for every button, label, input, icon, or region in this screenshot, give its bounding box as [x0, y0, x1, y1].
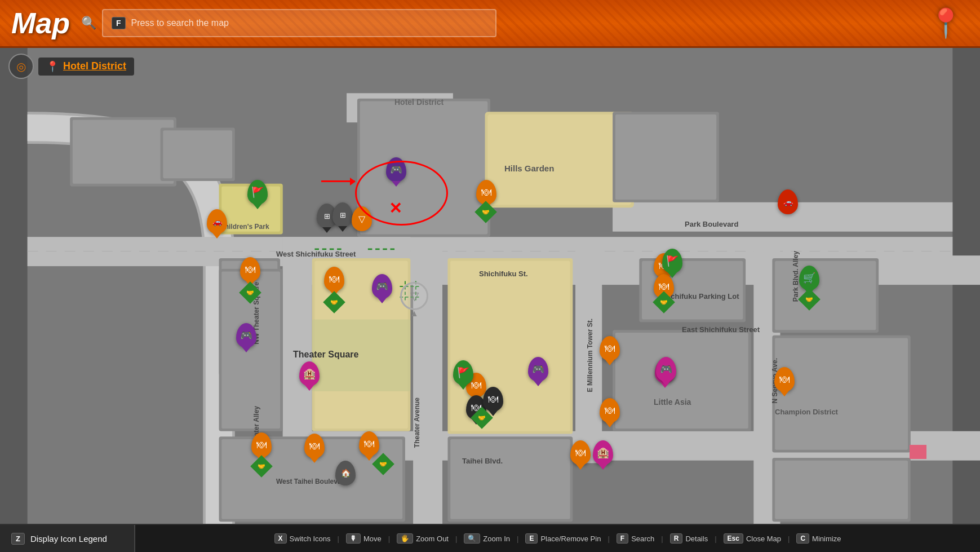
map-pin-diamond-right1[interactable]: 🤝	[474, 410, 490, 426]
map-pin-diamond-hills[interactable]: 🤝	[478, 204, 494, 220]
location-name[interactable]: Hotel District	[63, 60, 126, 72]
map-pin-food-champion[interactable]: 🍽	[774, 367, 795, 392]
separator-8: |	[788, 535, 790, 543]
ctrl-close-map-label: Close Map	[746, 535, 781, 543]
map-pin-hotel-theater[interactable]: 🏨	[299, 361, 320, 386]
map-pin-hotel-far-right[interactable]: 🏨	[593, 440, 613, 465]
map-pin-gamepad-far-right[interactable]: 🎮	[656, 357, 676, 382]
svg-rect-32	[615, 114, 716, 200]
map-pin-food-millennium[interactable]: 🍽	[600, 336, 620, 361]
map-pin-car[interactable]: 🚗	[207, 209, 227, 234]
ctrl-minimize-label: Minimize	[812, 535, 841, 543]
map-pin-gamepad-left[interactable]: 🎮	[236, 323, 256, 348]
ctrl-place-pin: E Place/Remove Pin	[525, 533, 601, 544]
map-pin-childrens-park[interactable]: 🚩	[247, 180, 268, 205]
map-pin-food-bottom3[interactable]: 🍽	[359, 431, 379, 456]
svg-rect-14	[163, 130, 232, 178]
search-placeholder: Press to search the map	[131, 18, 229, 28]
map-pin-food-millennium2[interactable]: 🍽	[600, 398, 620, 423]
pink-marker	[910, 445, 926, 459]
ctrl-switch-label: Switch Icons	[290, 535, 331, 543]
svg-rect-7	[575, 250, 602, 463]
svg-rect-12	[73, 120, 174, 183]
map-pin-player-hotel[interactable]: ▽	[352, 206, 372, 231]
map-pin-building-bottom[interactable]: 🏠	[335, 461, 356, 485]
separator-5: |	[607, 535, 609, 543]
map-pin-gamepad-top[interactable]: 🎮	[386, 157, 406, 182]
search-key-badge: F	[112, 17, 126, 29]
map-pin-gamepad-theater[interactable]: 🎮	[372, 274, 392, 299]
ctrl-close-map: Esc Close Map	[724, 533, 782, 544]
ctrl-move-label: Move	[363, 535, 382, 543]
map-pin-diamond-theater1[interactable]: 🤝	[326, 294, 342, 310]
map-pin-shopping[interactable]: 🛒	[799, 266, 819, 290]
legend-button[interactable]: Z Display Icon Legend	[0, 525, 135, 552]
search-bar[interactable]: F Press to search the map	[102, 9, 496, 37]
ctrl-key-e: E	[525, 533, 538, 544]
map-pin-diamond-shichifuku[interactable]: 🤝	[656, 294, 672, 310]
bottom-controls: X Switch Icons | 🎙 Move | 🖐 Zoom Out | 🔍…	[135, 533, 980, 544]
ctrl-move: 🎙 Move	[346, 533, 382, 544]
map-pin-food-theater1[interactable]: 🍽	[324, 267, 344, 292]
svg-rect-18	[360, 101, 488, 234]
ctrl-key-move: 🎙	[346, 533, 361, 544]
svg-rect-36	[775, 261, 876, 330]
separator-6: |	[661, 535, 663, 543]
ctrl-details-label: Details	[685, 535, 708, 543]
map-pin-food-dark2[interactable]: 🍽	[483, 387, 503, 412]
ctrl-place-pin-label: Place/Remove Pin	[540, 535, 601, 543]
header: Map 🔍 F Press to search the map 📍	[0, 0, 980, 48]
ctrl-key-r: R	[670, 533, 683, 544]
ctrl-zoom-in: 🔍 Zoom In	[464, 533, 510, 544]
ctrl-zoom-in-label: Zoom In	[483, 535, 510, 543]
ctrl-switch-icons: X Switch Icons	[274, 533, 331, 544]
separator-7: |	[715, 535, 716, 543]
ctrl-key-x: X	[274, 533, 287, 544]
legend-key: Z	[11, 533, 25, 545]
map-svg	[0, 48, 980, 524]
ctrl-key-esc: Esc	[724, 533, 743, 544]
map-pin-flag-right[interactable]: 🚩	[453, 360, 473, 385]
map-pin-hotel-cluster-2[interactable]: ⊞	[332, 202, 353, 227]
ctrl-zoom-out: 🖐 Zoom Out	[397, 533, 449, 544]
search-icon: 🔍	[81, 16, 96, 30]
svg-rect-22	[487, 114, 631, 205]
ctrl-key-f-search: F	[617, 533, 628, 544]
map-pin-food-millennium3[interactable]: 🍽	[570, 440, 591, 465]
map-pin-food-nw1[interactable]: 🍽	[240, 257, 260, 282]
ctrl-key-c: C	[796, 533, 809, 544]
ctrl-minimize: C Minimize	[796, 533, 841, 544]
ctrl-key-zoom-out: 🖐	[397, 533, 413, 544]
breadcrumb: ◎ 📍 Hotel District	[8, 54, 134, 79]
map-pin-diamond-nw1[interactable]: 🤝	[242, 285, 258, 301]
map-pin-flag-park-blvd[interactable]: 🚩	[662, 249, 682, 273]
location-pin-icon: 📍	[928, 7, 963, 39]
map-pin-food-bottom1[interactable]: 🍽	[251, 432, 272, 457]
map-container[interactable]: Hotel District West Shichifuku Street Sh…	[0, 48, 980, 524]
map-pin-gamepad-right[interactable]: 🎮	[528, 357, 548, 382]
svg-rect-38	[615, 333, 748, 429]
legend-label: Display Icon Legend	[30, 534, 107, 544]
svg-rect-43	[312, 319, 411, 391]
ctrl-search-label: Search	[631, 535, 654, 543]
svg-rect-45	[775, 338, 908, 450]
map-title: Map	[11, 6, 70, 40]
ctrl-zoom-out-label: Zoom Out	[416, 535, 449, 543]
compass-icon: ◎	[8, 54, 34, 79]
map-pin-food-bottom2[interactable]: 🍽	[304, 434, 325, 458]
ctrl-search: F Search	[617, 533, 655, 544]
separator-4: |	[517, 535, 518, 543]
location-badge: 📍 Hotel District	[38, 58, 134, 76]
map-pin-diamond-far-right[interactable]: 🤝	[801, 292, 817, 307]
svg-rect-48	[312, 237, 411, 258]
location-pin-small: 📍	[46, 60, 59, 73]
svg-rect-47	[775, 461, 908, 519]
svg-rect-42	[450, 439, 570, 519]
player-nav-indicator: ▽ ▲	[400, 282, 428, 310]
map-pin-far-right[interactable]: 🚗	[778, 189, 798, 214]
separator-1: |	[338, 535, 339, 543]
map-pin-diamond-bottom1[interactable]: 🤝	[254, 458, 269, 474]
bottom-bar: Z Display Icon Legend X Switch Icons | 🎙…	[0, 524, 980, 552]
separator-3: |	[455, 535, 457, 543]
map-pin-diamond-bottom2[interactable]: 🤝	[375, 456, 391, 472]
